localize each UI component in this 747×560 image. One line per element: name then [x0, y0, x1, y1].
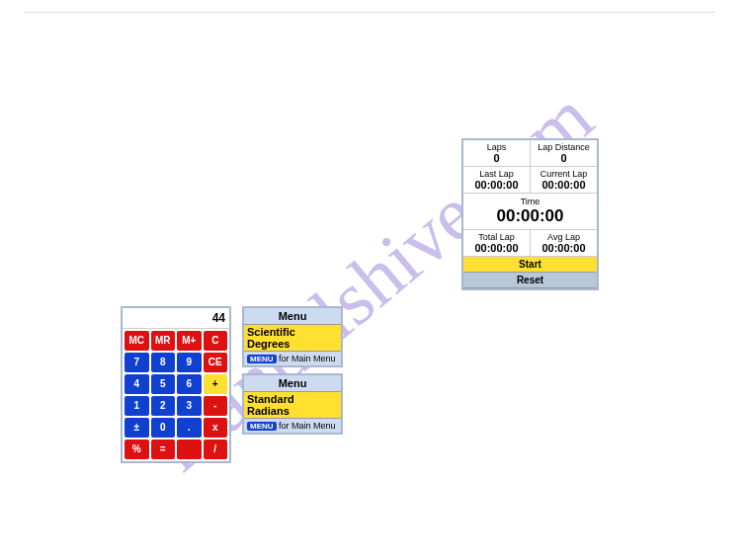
- dist-value: 0: [531, 152, 597, 164]
- calc-key-blank[interactable]: [177, 440, 202, 459]
- calc-key-M+[interactable]: M+: [177, 331, 202, 351]
- curlap-value: 00:00:00: [531, 179, 597, 191]
- totlap-value: 00:00:00: [463, 242, 530, 254]
- divider: [24, 12, 715, 13]
- calc-key-0[interactable]: 0: [151, 418, 176, 438]
- calc-key-C[interactable]: C: [204, 331, 228, 351]
- reset-button[interactable]: Reset: [463, 273, 597, 288]
- calc-key-8[interactable]: 8: [151, 353, 176, 372]
- laps-value: 0: [463, 152, 530, 164]
- time-label: Time: [463, 197, 597, 206]
- calc-key-5[interactable]: 5: [151, 374, 176, 394]
- calc-key-±[interactable]: ±: [124, 418, 149, 438]
- menu-header: Menu: [244, 308, 341, 324]
- calc-key-+[interactable]: +: [204, 374, 228, 394]
- calc-key-x[interactable]: x: [204, 418, 228, 438]
- calc-display: 44: [123, 308, 229, 329]
- totlap-label: Total Lap: [463, 232, 530, 242]
- menu-button[interactable]: MENU: [247, 422, 277, 431]
- calc-key-%[interactable]: %: [124, 440, 149, 459]
- calc-key-2[interactable]: 2: [151, 396, 176, 416]
- menu-standard: Menu StandardRadians MENU for Main Menu: [242, 373, 343, 435]
- calc-key-=[interactable]: =: [151, 440, 176, 459]
- menu-item[interactable]: StandardRadians: [244, 391, 341, 419]
- calc-key-MR[interactable]: MR: [151, 331, 176, 351]
- start-button[interactable]: Start: [463, 257, 597, 273]
- stopwatch: Laps0 Lap Distance0 Last Lap00:00:00 Cur…: [461, 138, 599, 290]
- calc-key--[interactable]: -: [204, 396, 228, 416]
- calc-keypad: MCMRM+C789CE456+123-±0.x%=/: [123, 329, 229, 461]
- dist-label: Lap Distance: [531, 142, 597, 152]
- menu-scientific: Menu ScientificDegrees MENU for Main Men…: [242, 306, 343, 367]
- calc-key-9[interactable]: 9: [177, 353, 202, 372]
- calc-key-4[interactable]: 4: [124, 374, 149, 394]
- avglap-label: Avg Lap: [531, 232, 597, 242]
- menu-footer: MENU for Main Menu: [244, 419, 341, 433]
- menu-header: Menu: [244, 375, 341, 391]
- menu-button[interactable]: MENU: [247, 355, 277, 363]
- calc-key-/[interactable]: /: [204, 440, 228, 459]
- lastlap-label: Last Lap: [463, 169, 530, 179]
- curlap-label: Current Lap: [531, 169, 597, 179]
- calc-key-.[interactable]: .: [177, 418, 202, 438]
- time-value: 00:00:00: [463, 206, 597, 226]
- calc-key-CE[interactable]: CE: [204, 353, 228, 372]
- menu-footer: MENU for Main Menu: [244, 352, 341, 365]
- calc-key-6[interactable]: 6: [177, 374, 202, 394]
- calc-key-7[interactable]: 7: [124, 353, 149, 372]
- avglap-value: 00:00:00: [531, 242, 597, 254]
- menu-item[interactable]: ScientificDegrees: [244, 324, 341, 352]
- calculator: 44 MCMRM+C789CE456+123-±0.x%=/: [121, 306, 231, 463]
- calc-key-3[interactable]: 3: [177, 396, 202, 416]
- calc-key-1[interactable]: 1: [124, 396, 149, 416]
- calc-key-MC[interactable]: MC: [124, 331, 149, 351]
- laps-label: Laps: [463, 142, 530, 152]
- lastlap-value: 00:00:00: [463, 179, 530, 191]
